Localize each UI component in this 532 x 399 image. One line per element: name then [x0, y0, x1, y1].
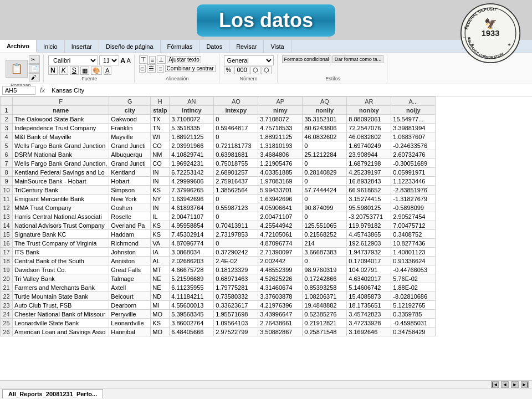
- cell-city[interactable]: Roselle: [109, 212, 151, 221]
- cell-name[interactable]: TriCentury Bank: [13, 186, 109, 195]
- cell-stalp[interactable]: NE: [151, 283, 170, 292]
- cell-city[interactable]: Talmage: [109, 274, 151, 283]
- tab-inicio[interactable]: Inicio: [37, 40, 65, 53]
- cell-nimy[interactable]: 2.002442: [258, 257, 303, 265]
- cell-nonixy[interactable]: 119.979182: [347, 221, 391, 230]
- cell-noniiy[interactable]: 0: [303, 257, 347, 265]
- cell-city[interactable]: Axtell: [109, 283, 151, 292]
- cell-intexpy[interactable]: 0.55987123: [214, 203, 258, 212]
- cell-city[interactable]: Anniston: [109, 257, 151, 265]
- cell-nimy[interactable]: 2.76438661: [258, 319, 303, 328]
- cell-intexpy[interactable]: 0: [214, 195, 258, 203]
- row-number[interactable]: 9: [1, 177, 13, 186]
- cell-city[interactable]: Grand Juncti: [109, 159, 151, 168]
- cell-nimy[interactable]: 3.7108072: [258, 115, 303, 124]
- cell-intexpy[interactable]: 2.73197853: [214, 230, 258, 239]
- row-number[interactable]: 14: [1, 221, 13, 230]
- cell-intexpy[interactable]: 0.721181773: [214, 141, 258, 150]
- cell-a[interactable]: -8.02810686: [391, 292, 436, 301]
- cell-stalp[interactable]: MI: [151, 301, 170, 310]
- cell-name[interactable]: name: [13, 106, 109, 115]
- cell-noniiy[interactable]: 0.21912821: [303, 319, 347, 328]
- row-number[interactable]: 5: [1, 141, 13, 150]
- cell-intincy[interactable]: 3.86002764: [170, 319, 214, 328]
- cell-intincy[interactable]: intincy: [170, 106, 214, 115]
- cell-intexpy[interactable]: 2.4E-02: [214, 257, 258, 265]
- cell-intexpy[interactable]: 0: [214, 239, 258, 248]
- cell-intexpy[interactable]: 0: [214, 212, 258, 221]
- tab-formulas[interactable]: Fórmulas: [161, 40, 200, 53]
- cell-name[interactable]: MMA Trust Company: [13, 203, 109, 212]
- cell-nimy[interactable]: 3.37603878: [258, 292, 303, 301]
- cell-noniiy[interactable]: 0.52385276: [303, 310, 347, 319]
- cell-nonixy[interactable]: 3.47233928: [347, 319, 391, 328]
- cell-city[interactable]: Johnston: [109, 248, 151, 257]
- cell-noniiy[interactable]: 0.85393258: [303, 283, 347, 292]
- cell-nonixy[interactable]: -3.20753771: [347, 212, 391, 221]
- cell-nimy[interactable]: 5.99433701: [258, 186, 303, 195]
- align-right-button[interactable]: ≡: [157, 65, 163, 73]
- cell-intincy[interactable]: 4.10829741: [170, 150, 214, 159]
- cell-stalp[interactable]: NE: [151, 274, 170, 283]
- cell-name[interactable]: Independence Trust Company: [13, 124, 109, 132]
- cell-name[interactable]: Chester National Bank of Missour: [13, 310, 109, 319]
- cell-a[interactable]: -0.24633576: [391, 141, 436, 150]
- cell-noniiy[interactable]: 214: [303, 239, 347, 248]
- cell-a[interactable]: 0.91336624: [391, 257, 436, 265]
- cell-noniiy[interactable]: 125.551065: [303, 221, 347, 230]
- cell-intincy[interactable]: 5.39568345: [170, 310, 214, 319]
- cell-noniiy[interactable]: 0.25871548: [303, 328, 347, 336]
- increase-decimal-button[interactable]: ⬡: [250, 66, 260, 74]
- cell-stalp[interactable]: IL: [151, 212, 170, 221]
- cell-a[interactable]: noijy: [391, 106, 436, 115]
- cell-intincy[interactable]: 4.66675728: [170, 265, 214, 274]
- row-number[interactable]: 10: [1, 186, 13, 195]
- cell-nimy[interactable]: 4.03351885: [258, 168, 303, 177]
- cell-nimy[interactable]: 4.75718533: [258, 124, 303, 132]
- col-header-AN[interactable]: AN: [170, 97, 214, 106]
- cell-nonixy[interactable]: 1.68792198: [347, 159, 391, 168]
- cell-stalp[interactable]: CO: [151, 159, 170, 168]
- align-left-button[interactable]: ≡: [139, 65, 146, 73]
- cell-nimy[interactable]: 3.50882867: [258, 328, 303, 336]
- cell-name[interactable]: Leonardville State Bank: [13, 319, 109, 328]
- cell-name[interactable]: Farmers and Merchants Bank: [13, 283, 109, 292]
- cell-name[interactable]: Central Bank of the South: [13, 257, 109, 265]
- row-number[interactable]: 17: [1, 248, 13, 257]
- cell-a[interactable]: 0.3359785: [391, 310, 436, 319]
- cell-noniiy[interactable]: 3.66687383: [303, 248, 347, 257]
- cell-noniiy[interactable]: 25.1212284: [303, 150, 347, 159]
- cut-button[interactable]: ✂: [29, 55, 40, 64]
- cell-intincy[interactable]: 4.55600013: [170, 301, 214, 310]
- cell-a[interactable]: 2.90527454: [391, 212, 436, 221]
- cell-stalp[interactable]: KS: [151, 230, 170, 239]
- cell-nonixy[interactable]: 4.45743865: [347, 230, 391, 239]
- cell-nonixy[interactable]: 1.94737932: [347, 248, 391, 257]
- cell-intincy[interactable]: 6.48405666: [170, 328, 214, 336]
- cell-stalp[interactable]: TN: [151, 124, 170, 132]
- cell-intincy[interactable]: 7.45302914: [170, 230, 214, 239]
- cell-noniiy[interactable]: 35.3152101: [303, 115, 347, 124]
- cell-nonixy[interactable]: 104.02791: [347, 265, 391, 274]
- format-paste-button[interactable]: 🖌: [29, 73, 40, 81]
- cell-stalp[interactable]: KS: [151, 319, 170, 328]
- col-header-H[interactable]: H: [151, 97, 170, 106]
- cell-intexpy[interactable]: 0.37290242: [214, 248, 258, 257]
- cell-a[interactable]: -0.44766053: [391, 265, 436, 274]
- bold-button[interactable]: N: [48, 66, 58, 75]
- row-number[interactable]: 7: [1, 159, 13, 168]
- col-header-AP[interactable]: AP: [258, 97, 303, 106]
- cell-city[interactable]: Hobart: [109, 177, 151, 186]
- cell-noniiy[interactable]: 0.28140829: [303, 168, 347, 177]
- cell-intincy[interactable]: 4.95958854: [170, 221, 214, 230]
- cell-nonixy[interactable]: 3.1692646: [347, 328, 391, 336]
- cell-nonixy[interactable]: 4.25239197: [347, 168, 391, 177]
- cell-noniiy[interactable]: 19.4848882: [303, 301, 347, 310]
- cell-a[interactable]: 1.40801123: [391, 248, 436, 257]
- cell-intexpy[interactable]: 0: [214, 132, 258, 141]
- cell-a[interactable]: 5.12192765: [391, 301, 436, 310]
- sheet-tab-active[interactable]: All_Reports_20081231_Perfo...: [2, 389, 103, 398]
- cell-noniiy[interactable]: 0: [303, 195, 347, 203]
- col-header-A[interactable]: A...: [391, 97, 436, 106]
- cell-a[interactable]: 1.88E-02: [391, 283, 436, 292]
